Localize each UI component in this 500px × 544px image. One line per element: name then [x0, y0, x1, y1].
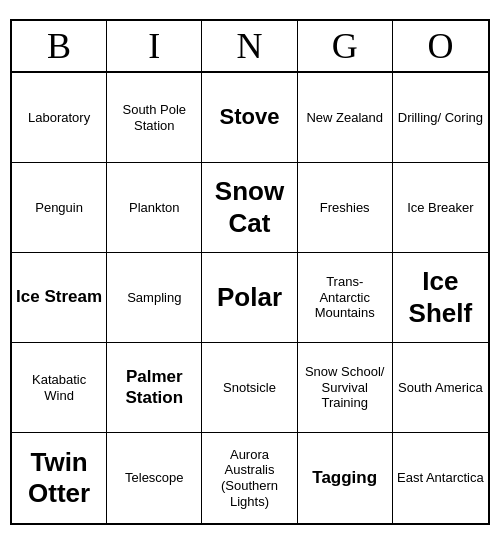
bingo-cell: Snow Cat	[202, 163, 297, 253]
bingo-cell: Stove	[202, 73, 297, 163]
bingo-cell: Telescope	[107, 433, 202, 523]
bingo-cell: Laboratory	[12, 73, 107, 163]
header-letter: O	[393, 21, 488, 71]
bingo-cell: Freshies	[298, 163, 393, 253]
bingo-cell: South America	[393, 343, 488, 433]
bingo-cell: Tagging	[298, 433, 393, 523]
bingo-cell: Plankton	[107, 163, 202, 253]
bingo-cell: Palmer Station	[107, 343, 202, 433]
bingo-cell: Ice Shelf	[393, 253, 488, 343]
bingo-header: BINGO	[12, 21, 488, 73]
header-letter: G	[298, 21, 393, 71]
header-letter: N	[202, 21, 297, 71]
header-letter: B	[12, 21, 107, 71]
bingo-cell: Snotsicle	[202, 343, 297, 433]
bingo-cell: Aurora Australis (Southern Lights)	[202, 433, 297, 523]
bingo-cell: Ice Breaker	[393, 163, 488, 253]
bingo-cell: Trans-Antarctic Mountains	[298, 253, 393, 343]
bingo-cell: Snow School/ Survival Training	[298, 343, 393, 433]
bingo-cell: Katabatic Wind	[12, 343, 107, 433]
bingo-cell: Drilling/ Coring	[393, 73, 488, 163]
bingo-cell: East Antarctica	[393, 433, 488, 523]
bingo-cell: Penguin	[12, 163, 107, 253]
bingo-grid: LaboratorySouth Pole StationStoveNew Zea…	[12, 73, 488, 523]
bingo-cell: Sampling	[107, 253, 202, 343]
header-letter: I	[107, 21, 202, 71]
bingo-cell: South Pole Station	[107, 73, 202, 163]
bingo-cell: Polar	[202, 253, 297, 343]
bingo-cell: Twin Otter	[12, 433, 107, 523]
bingo-cell: New Zealand	[298, 73, 393, 163]
bingo-cell: Ice Stream	[12, 253, 107, 343]
bingo-card: BINGO LaboratorySouth Pole StationStoveN…	[10, 19, 490, 525]
